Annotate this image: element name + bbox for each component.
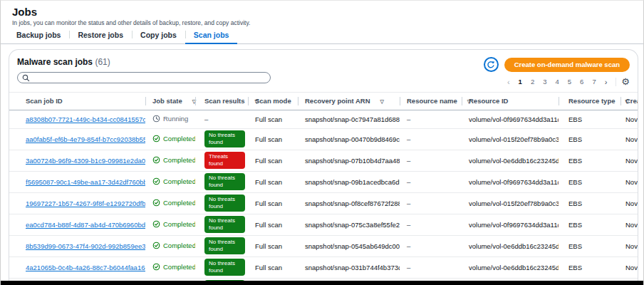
panel-count: (61) [95,57,110,67]
job-state-cell: Completed [145,214,195,235]
resource-id-cell: volume/vol-015f20ef78b9a0c32 [462,192,559,214]
scan-job-id-cell: 19697227-1b57-4267-9f8f-e1292720dfb1 [9,192,145,214]
page-button-2[interactable]: 2 [527,77,538,86]
search-box[interactable] [17,72,271,83]
scan-mode-cell: Full scan [248,171,298,192]
tab-scan-jobs[interactable]: Scan jobs [185,28,238,44]
resource-type-cell: EBS [559,192,620,214]
malware-scan-jobs-panel: Malware scan jobs (61) Create on-demand … [9,49,638,285]
recovery-point-arn-cell: snapshot/snap-0f8cef87672f288df [298,192,400,214]
job-state-completed: Completed [152,220,195,228]
tab-restore-jobs[interactable]: Restore jobs [69,28,132,44]
page-button-4[interactable]: 4 [551,77,562,86]
column-label: Resource name [407,97,457,105]
completed-check-icon [152,263,160,271]
scan-job-id-link[interactable]: 4a21065b-0c4b-4a26-88c7-b6044faa16e7 [26,264,145,271]
tab-copy-jobs[interactable]: Copy jobs [132,28,185,44]
scan-results-cell: No threats found [195,128,248,150]
resource-id-cell: volume/vol-0f9697634dd3a11d0 [462,214,559,235]
sort-icon[interactable]: ▽ [380,99,384,104]
completed-check-icon [152,177,160,185]
job-state-cell: Completed [145,192,195,214]
scan-job-id-link[interactable]: ea0cd784-b88f-4d87-ab4d-470b6960bdd8 [26,221,145,229]
search-icon [22,74,30,82]
completed-check-icon [152,199,160,207]
column-header-job-state[interactable]: Job state▽ [145,93,195,110]
chevron-left-icon[interactable]: ‹ [504,78,514,86]
panel-header-right: Create on-demand malware scan ‹1234567›⚙ [484,57,630,86]
column-label: Resource type [568,97,615,105]
page-button-1[interactable]: 1 [515,77,526,86]
scan-results-cell: No threats found [195,171,248,192]
scan-job-id-cell: ea0cd784-b88f-4d87-ab4d-470b6960bdd8 [9,214,145,235]
chevron-right-icon[interactable]: › [601,78,611,86]
creation-time-cell: November [620,256,638,278]
job-state-label: Completed [163,199,195,207]
scan-job-id-link[interactable]: 8b539d99-0673-47f4-902d-992b859ee35b [26,242,145,250]
refresh-button[interactable] [484,57,499,72]
creation-time-cell: November [620,150,638,171]
page-button-7[interactable]: 7 [588,77,599,86]
scan-job-id-cell: 4a21065b-0c4b-4a26-88c7-b6044faa16e7 [9,256,145,278]
page-button-3[interactable]: 3 [539,77,550,86]
scan-results-badge: No threats found [204,173,245,190]
resource-type-cell: EBS [559,256,620,278]
scan-results-cell: No threats found [195,235,248,256]
scan-job-id-link[interactable]: 3a00724b-96f9-4309-b1c9-09981e2da0fe [26,157,145,165]
refresh-icon [487,61,495,69]
job-state-label: Running [163,115,188,123]
scan-job-id-link[interactable]: f5695087-90c1-49be-aa17-3d42df760bba [26,178,145,186]
column-header-recovery-point-arn[interactable]: Recovery point ARN▽ [298,93,400,110]
scan-results-badge: Threats found [204,152,245,169]
job-state-cell: Completed [145,235,195,256]
resource-name-empty: – [407,178,410,186]
resource-name-empty: – [407,200,410,207]
column-header-resource-name[interactable]: Resource name▽ [400,93,462,110]
resource-type-cell: EBS [559,110,620,128]
tab-backup-jobs[interactable]: Backup jobs [8,28,69,44]
search-input[interactable] [33,74,266,81]
scan-results-empty: – [204,115,208,123]
scan-job-id-link[interactable]: a8308b07-7721-449c-b434-cc0841557cee [26,115,145,123]
job-state-label: Completed [163,220,195,228]
scan-results-cell: – [195,110,248,128]
column-header-resource-type[interactable]: Resource type▽ [559,93,620,110]
column-label: Creation time [625,97,638,105]
scan-job-id-link[interactable]: 19697227-1b57-4267-9f8f-e1292720dfb1 [26,200,145,207]
scan-jobs-table: Scan job IDJob state▽Scan results▽Scan m… [9,93,638,285]
creation-time-cell: November [620,171,638,192]
page-button-5[interactable]: 5 [564,77,575,86]
job-state-completed: Completed [152,135,195,142]
recovery-point-arn-cell: snapshot/snap-075c3a8ef55fe2810 [298,214,400,235]
panel-title-text: Malware scan jobs [17,57,93,67]
job-state-label: Completed [163,242,195,249]
column-label: Scan mode [255,97,291,105]
resource-name-empty: – [407,135,410,143]
resource-name-empty: – [407,157,410,165]
resource-type-cell: EBS [559,171,620,192]
panel-actions: Create on-demand malware scan [484,57,630,72]
scan-job-id-link[interactable]: aa0fab5f-ef6b-4e79-854f-b7cc92038b55 [26,135,145,143]
table-row: a8308b07-7721-449c-b434-cc0841557ceeRunn… [9,110,638,128]
resource-type-cell: EBS [559,235,620,256]
job-state-label: Completed [163,263,195,271]
scan-results-badge: No threats found [204,237,245,254]
completed-check-icon [152,220,160,228]
scan-jobs-table-container: Scan job IDJob state▽Scan results▽Scan m… [9,92,638,285]
page-header: Jobs In jobs, you can monitor the status… [1,1,643,26]
scan-results-badge: No threats found [204,259,245,276]
resource-name-empty: – [407,242,410,250]
create-on-demand-malware-scan-button[interactable]: Create on-demand malware scan [504,58,630,72]
scan-job-id-cell: 8b539d99-0673-47f4-902d-992b859ee35b [9,235,145,256]
recovery-point-arn-cell: snapshot/snap-00470b9d8469c4624 [298,128,400,150]
column-label: Recovery point ARN [305,97,370,105]
column-header-scan-results[interactable]: Scan results▽ [195,93,248,110]
gear-icon[interactable]: ⚙ [621,77,630,86]
resource-name-empty: – [407,264,410,271]
resource-type-cell: EBS [559,128,620,150]
resource-id-cell: volume/vol-0e6ddb16c23245d33 [462,256,559,278]
scan-job-id-cell: f5695087-90c1-49be-aa17-3d42df760bba [9,171,145,192]
resource-name-cell: – [400,110,462,128]
page-button-6[interactable]: 6 [576,77,587,86]
recovery-point-arn-cell: snapshot/snap-0545ab649dc008221 [298,235,400,256]
